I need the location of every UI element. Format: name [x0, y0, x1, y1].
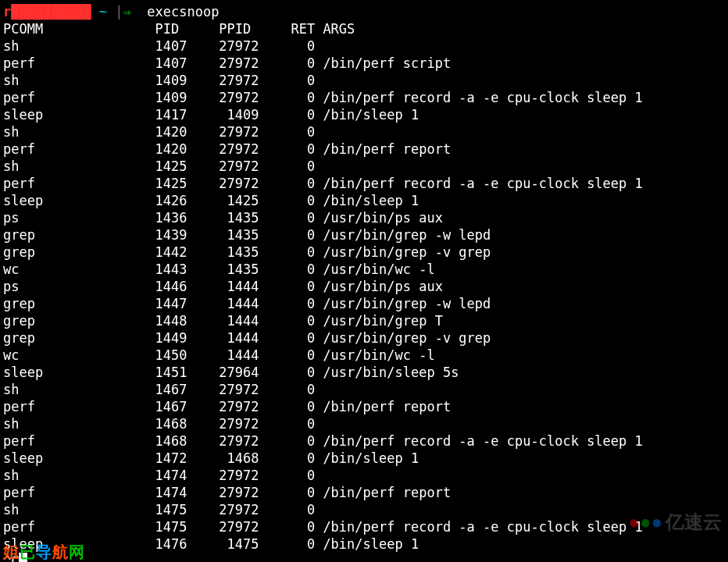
cell-ret: 0 — [291, 432, 315, 450]
table-row: grep143914350/usr/bin/grep -w lepd — [3, 226, 725, 244]
cell-ret: 0 — [291, 72, 315, 89]
cell-pcomm: sh — [3, 158, 155, 175]
cell-pcomm: grep — [3, 244, 155, 261]
table-row: sh1474279720 — [3, 467, 725, 484]
cell-pcomm: sleep — [3, 535, 155, 553]
cell-pid: 1468 — [155, 415, 187, 432]
cell-ppid: 27972 — [219, 432, 259, 450]
cell-args: /usr/bin/ps aux — [323, 209, 443, 226]
cell-ppid: 1468 — [219, 450, 259, 467]
cell-ret: 0 — [291, 295, 315, 312]
table-row: grep144714440/usr/bin/grep -w lepd — [3, 295, 725, 312]
table-row: wc144314350/usr/bin/wc -l — [3, 261, 725, 278]
cell-pcomm: grep — [3, 312, 155, 329]
cell-args: /bin/perf report — [323, 484, 451, 501]
cell-ret: 0 — [291, 381, 315, 398]
cell-args: /usr/bin/wc -l — [323, 261, 434, 278]
cell-args: /bin/sleep 1 — [323, 192, 419, 209]
cell-ppid: 27972 — [219, 37, 259, 55]
cell-args: /usr/bin/grep -v grep — [323, 329, 491, 347]
cell-ppid: 27972 — [219, 140, 259, 158]
table-row: perf1468279720/bin/perf record -a -e cpu… — [3, 432, 725, 450]
cell-ret: 0 — [291, 123, 315, 140]
terminal-prompt-line[interactable]: r██████████ ~ | ⇒ execsnoop — [3, 3, 725, 20]
cell-ppid: 1444 — [219, 347, 259, 364]
cell-pcomm: sleep — [3, 192, 155, 209]
command-text: execsnoop — [147, 3, 219, 20]
table-row: perf1409279720/bin/perf record -a -e cpu… — [3, 89, 725, 106]
cell-ppid: 1425 — [219, 192, 259, 209]
interrupt-line[interactable]: ^C — [3, 553, 725, 562]
cell-pid: 1409 — [155, 72, 187, 89]
cell-pid: 1436 — [155, 209, 187, 226]
interrupt-text: ^C — [3, 553, 19, 562]
prompt-arrow-icon: ⇒ — [123, 3, 131, 20]
cell-pid: 1468 — [155, 432, 187, 450]
header-pid: PID — [155, 20, 187, 37]
table-row: sleep142614250/bin/sleep 1 — [3, 192, 725, 209]
table-row: perf1420279720/bin/perf report — [3, 140, 725, 158]
cell-ret: 0 — [291, 415, 315, 432]
cell-args: /bin/perf report — [323, 398, 451, 415]
table-row: sh1420279720 — [3, 123, 725, 140]
prompt-tilde-icon: ~ — [99, 3, 107, 20]
cell-ret: 0 — [291, 175, 315, 192]
cell-pid: 1426 — [155, 192, 187, 209]
cell-ppid: 27972 — [219, 89, 259, 106]
header-args: ARGS — [323, 20, 355, 37]
cell-pcomm: sleep — [3, 450, 155, 467]
cell-ppid: 27972 — [219, 501, 259, 518]
cell-pcomm: sleep — [3, 106, 155, 123]
cell-pcomm: sleep — [3, 364, 155, 381]
table-row: sleep147214680/bin/sleep 1 — [3, 450, 725, 467]
cell-ret: 0 — [291, 501, 315, 518]
cell-pid: 1446 — [155, 278, 187, 295]
cell-pcomm: perf — [3, 518, 155, 535]
cell-ret: 0 — [291, 226, 315, 244]
cell-pcomm: perf — [3, 140, 155, 158]
header-ret: RET — [291, 20, 315, 37]
cell-pcomm: perf — [3, 484, 155, 501]
cell-ppid: 27972 — [219, 175, 259, 192]
cell-ret: 0 — [291, 37, 315, 55]
table-row: sleep141714090/bin/sleep 1 — [3, 106, 725, 123]
cell-pcomm: sh — [3, 72, 155, 89]
cell-ret: 0 — [291, 89, 315, 106]
table-row: wc145014440/usr/bin/wc -l — [3, 347, 725, 364]
cell-ppid: 27972 — [219, 484, 259, 501]
cell-pcomm: wc — [3, 261, 155, 278]
prompt-user: r██████████ — [3, 3, 91, 20]
cell-ret: 0 — [291, 192, 315, 209]
cell-pid: 1407 — [155, 37, 187, 55]
cell-pid: 1425 — [155, 158, 187, 175]
cell-pid: 1449 — [155, 329, 187, 347]
table-row: grep144914440/usr/bin/grep -v grep — [3, 329, 725, 347]
cell-pcomm: wc — [3, 347, 155, 364]
cell-args: /bin/perf report — [323, 140, 451, 158]
cell-pid: 1451 — [155, 364, 187, 381]
cell-ppid: 1444 — [219, 329, 259, 347]
cell-pid: 1476 — [155, 535, 187, 553]
cell-pcomm: grep — [3, 329, 155, 347]
cell-args: /bin/sleep 1 — [323, 535, 419, 553]
process-table-header: PCOMM PID PPID RET ARGS — [3, 20, 725, 37]
cell-pid: 1472 — [155, 450, 187, 467]
cell-args: /usr/bin/sleep 5s — [323, 364, 459, 381]
header-ppid: PPID — [219, 20, 259, 37]
cell-pcomm: perf — [3, 55, 155, 72]
cell-pid: 1439 — [155, 226, 187, 244]
cell-args: /usr/bin/grep T — [323, 312, 443, 329]
cell-pcomm: sh — [3, 123, 155, 140]
cell-args: /bin/perf record -a -e cpu-clock sleep 1 — [323, 175, 642, 192]
cell-ppid: 1444 — [219, 312, 259, 329]
table-row: sh1407279720 — [3, 37, 725, 55]
table-row: perf1475279720/bin/perf record -a -e cpu… — [3, 518, 725, 535]
cell-ppid: 1409 — [219, 106, 259, 123]
table-row: ps143614350/usr/bin/ps aux — [3, 209, 725, 226]
table-row: sh1468279720 — [3, 415, 725, 432]
cell-ppid: 27972 — [219, 381, 259, 398]
cell-args: /usr/bin/ps aux — [323, 278, 443, 295]
table-row: sh1467279720 — [3, 381, 725, 398]
cell-pid: 1425 — [155, 175, 187, 192]
cell-pid: 1474 — [155, 467, 187, 484]
